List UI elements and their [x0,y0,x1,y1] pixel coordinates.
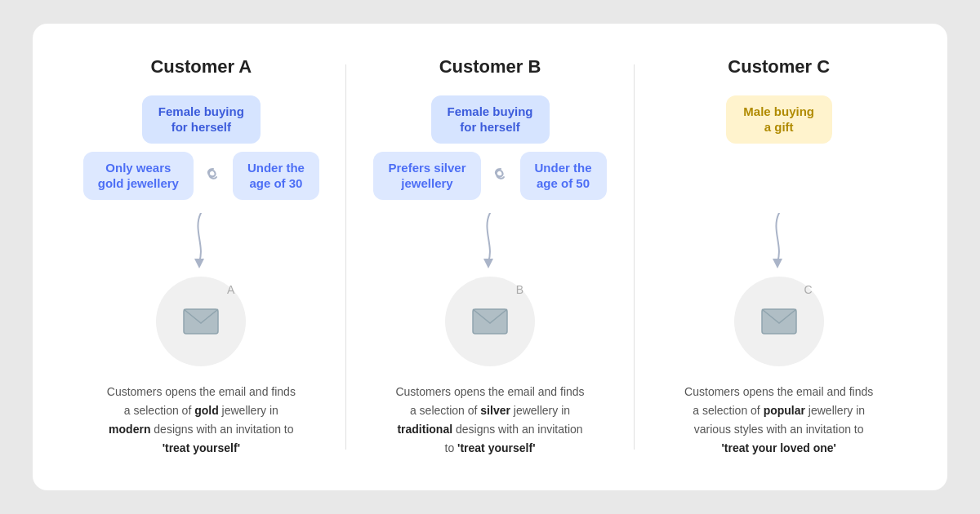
svg-marker-4 [773,259,782,268]
arrow-icon-a [176,213,225,270]
tag-a-left: Only wearsgold jewellery [83,152,194,200]
col-b-tags: Female buyingfor herself Prefers silverj… [354,95,626,210]
envelope-icon-b [472,308,508,335]
description-a: Customers opens the email and finds a se… [103,383,299,458]
avatar-c-letter: C [804,283,813,296]
tag-c-top: Male buyinga gift [726,95,832,144]
tag-b-top: Female buyingfor herself [431,95,550,144]
col-a-tags: Female buyingfor herself Only wearsgold … [65,95,337,210]
main-card: Customer A Female buyingfor herself Only… [33,24,947,490]
description-c: Customers opens the email and finds a se… [681,383,877,458]
svg-marker-2 [483,259,493,268]
tag-b-left: Prefers silverjewellery [373,152,480,200]
svg-marker-0 [194,259,204,268]
tag-a-right: Under theage of 30 [233,152,319,200]
arrow-icon-c [755,213,804,270]
avatar-a: A [156,277,246,366]
column-b: Customer B Female buyingfor herself Pref… [346,56,635,458]
col-c-tags: Male buyinga gift [643,95,915,210]
avatar-c: C [734,277,824,366]
envelope-icon-a [183,308,219,335]
col-a-title: Customer A [150,56,252,78]
avatar-b: B [445,277,535,366]
tag-b-right: Under theage of 50 [520,152,607,200]
arrow-icon-b [466,213,514,270]
envelope-icon-c [761,308,797,335]
arrow-a [176,213,225,270]
tag-a-top: Female buyingfor herself [142,95,261,144]
col-b-title: Customer B [439,56,541,78]
column-a: Customer A Female buyingfor herself Only… [57,56,345,458]
loop-icon-a [202,164,225,187]
avatar-b-letter: B [516,283,523,296]
avatar-a-letter: A [227,283,234,296]
column-c: Customer C Male buyinga gift C Customers… [635,56,923,458]
col-c-title: Customer C [728,56,830,78]
loop-icon-b [489,164,512,187]
description-b: Customers opens the email and finds a se… [392,383,588,458]
arrow-b [466,213,514,270]
arrow-c [755,213,804,270]
